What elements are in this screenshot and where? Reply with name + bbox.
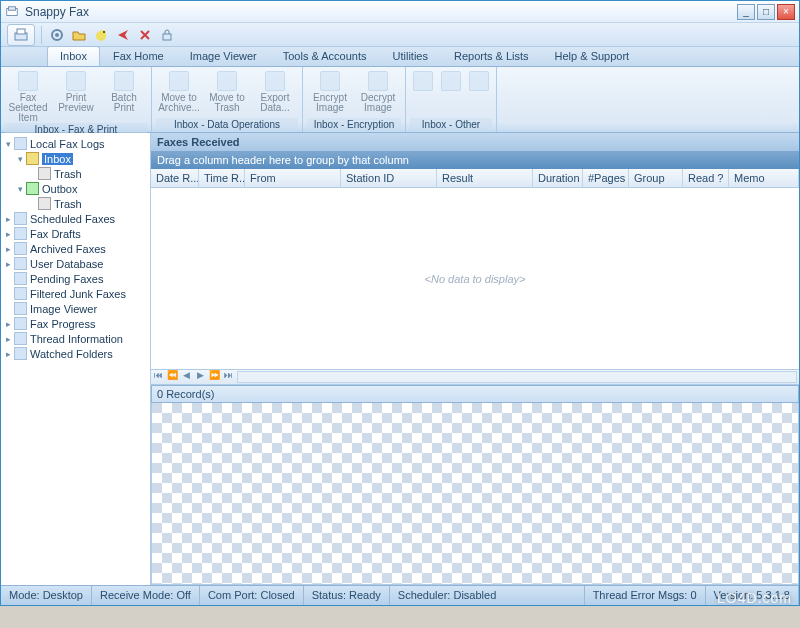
send-icon[interactable] bbox=[114, 26, 132, 44]
batch-icon bbox=[114, 71, 134, 91]
status-receive: Receive Mode: Off bbox=[92, 586, 200, 605]
batch-print-button[interactable]: BatchPrint bbox=[101, 69, 147, 123]
col-station[interactable]: Station ID bbox=[341, 169, 437, 187]
nav-prev-page-button[interactable]: ⏪ bbox=[165, 370, 179, 384]
print-preview-button[interactable]: PrintPreview bbox=[53, 69, 99, 123]
col-from[interactable]: From bbox=[245, 169, 341, 187]
nav-last-button[interactable]: ⏭ bbox=[221, 370, 235, 384]
preview-panel bbox=[151, 403, 799, 585]
tree-drafts[interactable]: ▸Fax Drafts bbox=[3, 226, 148, 241]
col-memo[interactable]: Memo bbox=[729, 169, 799, 187]
encrypt-icon bbox=[320, 71, 340, 91]
other-button-1[interactable] bbox=[410, 69, 436, 118]
export-data-button[interactable]: ExportData... bbox=[252, 69, 298, 118]
progress-icon bbox=[14, 317, 27, 330]
status-version: Version: 5.3.1.8 bbox=[706, 586, 799, 605]
duck-icon[interactable] bbox=[92, 26, 110, 44]
svg-point-7 bbox=[100, 30, 106, 36]
tree-thread-info[interactable]: ▸Thread Information bbox=[3, 331, 148, 346]
archive-icon bbox=[169, 71, 189, 91]
main-panel: Faxes Received Drag a column header here… bbox=[151, 133, 799, 585]
tree-outbox[interactable]: ▾Outbox bbox=[3, 181, 148, 196]
delete-icon[interactable] bbox=[136, 26, 154, 44]
tab-reports-lists[interactable]: Reports & Lists bbox=[441, 46, 542, 66]
tab-image-viewer[interactable]: Image Viewer bbox=[177, 46, 270, 66]
thread-icon bbox=[14, 332, 27, 345]
move-trash-button[interactable]: Move toTrash bbox=[204, 69, 250, 118]
ribbon-group-data-ops: Move toArchive... Move toTrash ExportDat… bbox=[152, 67, 303, 132]
titlebar: Snappy Fax _ □ × bbox=[1, 1, 799, 23]
tree-inbox-trash[interactable]: Trash bbox=[3, 166, 148, 181]
encrypt-button[interactable]: EncryptImage bbox=[307, 69, 353, 118]
fax-selected-button[interactable]: Fax SelectedItem bbox=[5, 69, 51, 123]
lock-icon[interactable] bbox=[158, 26, 176, 44]
trash-icon bbox=[38, 167, 51, 180]
preview-icon bbox=[66, 71, 86, 91]
print-button[interactable] bbox=[7, 24, 35, 46]
col-read[interactable]: Read ? bbox=[683, 169, 729, 187]
tree-pending[interactable]: Pending Faxes bbox=[3, 271, 148, 286]
tree-progress[interactable]: ▸Fax Progress bbox=[3, 316, 148, 331]
tree-user-db[interactable]: ▸User Database bbox=[3, 256, 148, 271]
status-mode: Mode: Desktop bbox=[1, 586, 92, 605]
tree-archived[interactable]: ▸Archived Faxes bbox=[3, 241, 148, 256]
ribbon-group-encryption: EncryptImage DecryptImage Inbox - Encryp… bbox=[303, 67, 406, 132]
filter-icon bbox=[14, 287, 27, 300]
move-archive-button[interactable]: Move toArchive... bbox=[156, 69, 202, 118]
group-by-bar[interactable]: Drag a column header here to group by th… bbox=[151, 151, 799, 169]
grid-title: Faxes Received bbox=[151, 133, 799, 151]
tab-help-support[interactable]: Help & Support bbox=[542, 46, 643, 66]
user-icon bbox=[14, 257, 27, 270]
col-pages[interactable]: #Pages bbox=[583, 169, 629, 187]
ribbon-group-label: Inbox - Encryption bbox=[307, 118, 401, 132]
tab-fax-home[interactable]: Fax Home bbox=[100, 46, 177, 66]
col-duration[interactable]: Duration bbox=[533, 169, 583, 187]
tab-utilities[interactable]: Utilities bbox=[380, 46, 441, 66]
tree-inbox[interactable]: ▾Inbox bbox=[3, 151, 148, 166]
column-headers: Date R... Time R... From Station ID Resu… bbox=[151, 169, 799, 188]
other-button-3[interactable] bbox=[466, 69, 492, 118]
status-comport: Com Port: Closed bbox=[200, 586, 304, 605]
misc-icon bbox=[413, 71, 433, 91]
folder-icon[interactable] bbox=[70, 26, 88, 44]
col-result[interactable]: Result bbox=[437, 169, 533, 187]
printer-icon bbox=[12, 27, 30, 43]
tree-local-fax-logs[interactable]: ▾Local Fax Logs bbox=[3, 136, 148, 151]
gear-icon[interactable] bbox=[48, 26, 66, 44]
ribbon-tabs: Inbox Fax Home Image Viewer Tools & Acco… bbox=[1, 47, 799, 67]
nav-prev-button[interactable]: ◀ bbox=[179, 370, 193, 384]
svg-point-5 bbox=[55, 33, 59, 37]
other-button-2[interactable] bbox=[438, 69, 464, 118]
decrypt-button[interactable]: DecryptImage bbox=[355, 69, 401, 118]
tab-inbox[interactable]: Inbox bbox=[47, 46, 100, 66]
tab-tools-accounts[interactable]: Tools & Accounts bbox=[270, 46, 380, 66]
record-count: 0 Record(s) bbox=[151, 385, 799, 403]
tree-watched[interactable]: ▸Watched Folders bbox=[3, 346, 148, 361]
watch-icon bbox=[14, 347, 27, 360]
col-time[interactable]: Time R... bbox=[199, 169, 245, 187]
trash-icon bbox=[217, 71, 237, 91]
nav-first-button[interactable]: ⏮ bbox=[151, 370, 165, 384]
close-button[interactable]: × bbox=[777, 4, 795, 20]
inbox-icon bbox=[26, 152, 39, 165]
tree-image-viewer[interactable]: Image Viewer bbox=[3, 301, 148, 316]
col-group[interactable]: Group bbox=[629, 169, 683, 187]
maximize-button[interactable]: □ bbox=[757, 4, 775, 20]
pending-icon bbox=[14, 272, 27, 285]
tree-outbox-trash[interactable]: Trash bbox=[3, 196, 148, 211]
nav-next-button[interactable]: ▶ bbox=[193, 370, 207, 384]
app-window: Snappy Fax _ □ × Inbox Fax Home Image Vi… bbox=[0, 0, 800, 606]
nav-next-page-button[interactable]: ⏩ bbox=[207, 370, 221, 384]
app-icon bbox=[5, 5, 19, 19]
nav-scrollbar[interactable] bbox=[237, 371, 797, 383]
tree-scheduled[interactable]: ▸Scheduled Faxes bbox=[3, 211, 148, 226]
svg-rect-1 bbox=[9, 6, 16, 10]
svg-rect-9 bbox=[163, 34, 171, 40]
calendar-icon bbox=[14, 212, 27, 225]
col-date[interactable]: Date R... bbox=[151, 169, 199, 187]
ribbon: Fax SelectedItem PrintPreview BatchPrint… bbox=[1, 67, 799, 133]
tree-filtered[interactable]: Filtered Junk Faxes bbox=[3, 286, 148, 301]
minimize-button[interactable]: _ bbox=[737, 4, 755, 20]
data-grid[interactable]: <No data to display> bbox=[151, 188, 799, 369]
status-thread-errors: Thread Error Msgs: 0 bbox=[585, 586, 706, 605]
